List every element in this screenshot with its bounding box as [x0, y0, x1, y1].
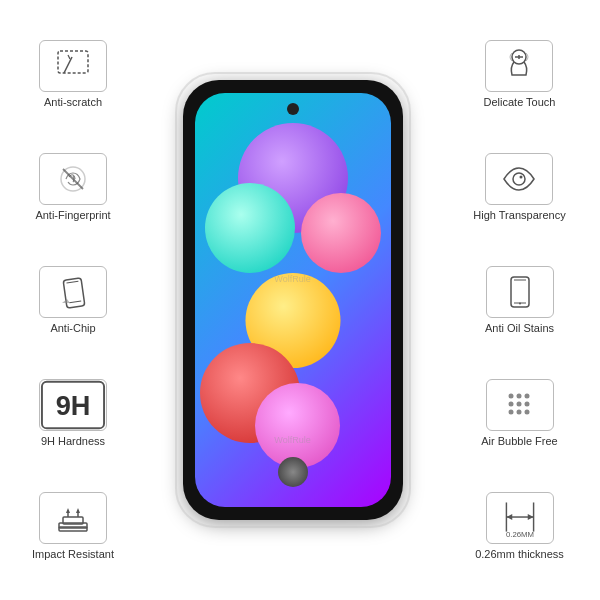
impact-icon-box: [39, 492, 107, 544]
svg-point-33: [508, 410, 513, 415]
watermark-1: WolfRule: [274, 274, 310, 284]
right-features-col: Delicate Touch High Transparency: [447, 20, 592, 580]
circle-pink: [301, 193, 381, 273]
fingerprint-icon: [54, 160, 92, 198]
svg-line-2: [68, 55, 70, 59]
eye-icon: [500, 160, 538, 198]
svg-rect-0: [58, 51, 88, 73]
feature-anti-oil-stains: Anti Oil Stains: [485, 266, 554, 334]
high-transparency-icon-box: [485, 153, 553, 205]
svg-point-22: [520, 175, 523, 178]
svg-point-32: [524, 402, 529, 407]
impact-icon: [54, 499, 92, 537]
svg-text:0.26MM: 0.26MM: [506, 531, 534, 540]
anti-oil-icon-box: [486, 266, 554, 318]
scratch-icon: [54, 47, 92, 85]
screen-background: WolfRule WolfRule: [195, 93, 391, 507]
anti-chip-label: Anti-Chip: [50, 322, 95, 334]
feature-air-bubble-free: Air Bubble Free: [481, 379, 557, 447]
phone-shield-icon: [501, 273, 539, 311]
delicate-touch-icon-box: [485, 40, 553, 92]
anti-chip-icon-box: [39, 266, 107, 318]
svg-marker-39: [506, 514, 512, 520]
watermark-2: WolfRule: [274, 435, 310, 445]
air-bubble-icon-box: [486, 379, 554, 431]
svg-line-7: [69, 301, 81, 303]
svg-marker-40: [527, 514, 533, 520]
svg-point-21: [513, 173, 525, 185]
svg-point-29: [524, 394, 529, 399]
feature-high-transparency: High Transparency: [473, 153, 565, 221]
svg-point-31: [516, 402, 521, 407]
air-bubble-free-label: Air Bubble Free: [481, 435, 557, 447]
phone-container: WolfRule WolfRule: [158, 20, 428, 580]
svg-point-27: [508, 394, 513, 399]
svg-text:9H: 9H: [56, 390, 91, 421]
svg-rect-5: [63, 278, 85, 308]
camera-hole: [287, 103, 299, 115]
phone-screen: WolfRule WolfRule: [195, 93, 391, 507]
9h-icon-box: 9H: [39, 379, 107, 431]
anti-oil-stains-label: Anti Oil Stains: [485, 322, 554, 334]
impact-resistant-label: Impact Resistant: [32, 548, 114, 560]
delicate-touch-label: Delicate Touch: [484, 96, 556, 108]
phone-outer: WolfRule WolfRule: [183, 80, 403, 520]
svg-point-34: [516, 410, 521, 415]
feature-anti-chip: Anti-Chip: [39, 266, 107, 334]
chip-icon: [54, 273, 92, 311]
feature-delicate-touch: Delicate Touch: [484, 40, 556, 108]
thickness-label: 0.26mm thickness: [475, 548, 564, 560]
svg-line-1: [64, 57, 72, 73]
9h-icon: 9H: [40, 379, 106, 431]
anti-fingerprint-icon-box: [39, 153, 107, 205]
left-features-col: Anti-scratch Anti-Fingerprint: [8, 20, 138, 580]
anti-fingerprint-label: Anti-Fingerprint: [35, 209, 110, 221]
high-transparency-label: High Transparency: [473, 209, 565, 221]
svg-marker-16: [66, 508, 70, 513]
svg-rect-12: [59, 527, 87, 531]
9h-hardness-label: 9H Hardness: [41, 435, 105, 447]
svg-point-28: [516, 394, 521, 399]
anti-scratch-icon-box: [39, 40, 107, 92]
feature-9h-hardness: 9H 9H Hardness: [39, 379, 107, 447]
feature-anti-scratch: Anti-scratch: [39, 40, 107, 108]
ruler-icon: 0.26MM: [487, 492, 553, 544]
main-container: Anti-scratch Anti-Fingerprint: [0, 0, 600, 600]
feature-anti-fingerprint: Anti-Fingerprint: [35, 153, 110, 221]
circle-pink2: [255, 383, 340, 468]
circle-cyan: [205, 183, 295, 273]
svg-point-26: [519, 302, 521, 304]
svg-line-6: [67, 281, 79, 283]
touch-icon: [500, 47, 538, 85]
bubbles-icon: [501, 386, 539, 424]
thickness-icon-box: 0.26MM: [486, 492, 554, 544]
svg-marker-17: [76, 508, 80, 513]
svg-point-30: [508, 402, 513, 407]
circle-camera: [278, 457, 308, 487]
feature-impact-resistant: Impact Resistant: [32, 492, 114, 560]
feature-thickness: 0.26MM 0.26mm thickness: [475, 492, 564, 560]
anti-scratch-label: Anti-scratch: [44, 96, 102, 108]
svg-point-35: [524, 410, 529, 415]
